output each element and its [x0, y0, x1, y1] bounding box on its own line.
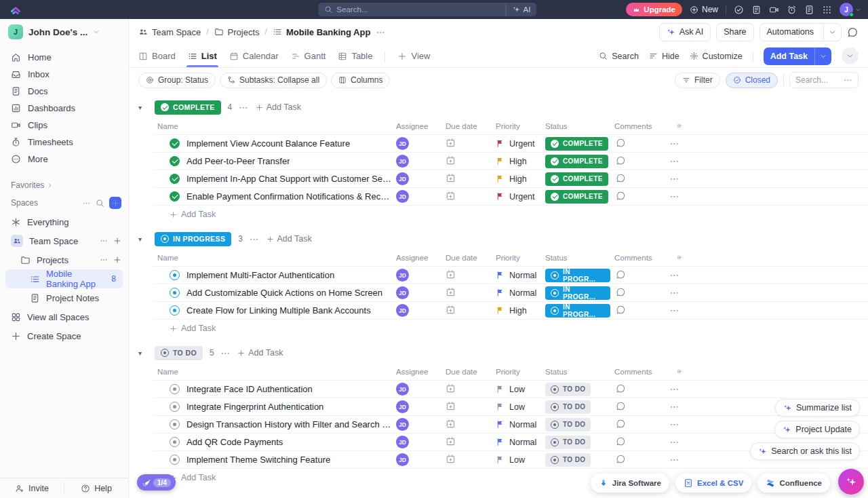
sidebar-item-more[interactable]: More — [5, 151, 123, 168]
filter-chip[interactable]: Filter — [675, 73, 720, 88]
row-more-button[interactable]: ⋯ — [663, 384, 686, 394]
comments-panel-icon[interactable] — [847, 26, 859, 38]
add-column-button[interactable] — [663, 253, 686, 262]
priority-cell[interactable]: Normal — [492, 420, 541, 429]
task-name[interactable]: Implement In-App Chat Support with Custo… — [186, 174, 392, 184]
tab-list[interactable]: List — [188, 45, 217, 67]
task-name[interactable]: Create Flow for Linking Multiple Bank Ac… — [186, 305, 371, 315]
task-name[interactable]: Add Peer-to-Peer Transfer — [186, 156, 290, 166]
task-status-icon[interactable] — [170, 419, 180, 429]
priority-cell[interactable]: High — [492, 174, 541, 184]
hide-button[interactable]: Hide — [649, 52, 679, 61]
column-due-date[interactable]: Due date — [441, 254, 492, 262]
group-status-badge[interactable]: IN PROGRESS — [155, 232, 231, 246]
task-status-icon[interactable] — [170, 138, 180, 149]
list-filter-search[interactable]: Search... ⋯ — [789, 72, 859, 88]
comments-button[interactable] — [616, 383, 626, 394]
task-status-icon[interactable] — [170, 270, 180, 280]
closed-chip[interactable]: Closed — [726, 73, 778, 88]
reminder-icon[interactable] — [787, 5, 797, 15]
assignee-avatar[interactable]: JD — [396, 190, 409, 203]
due-date-icon[interactable] — [446, 173, 456, 183]
comments-button[interactable] — [616, 305, 626, 315]
task-name[interactable]: Implement View Account Balance Feature — [186, 138, 350, 149]
priority-cell[interactable]: Urgent — [492, 192, 541, 202]
priority-cell[interactable]: Normal — [492, 288, 541, 298]
sidebar-item-docs[interactable]: Docs — [5, 83, 123, 100]
status-badge[interactable]: COMPLETE — [545, 190, 608, 204]
column-priority[interactable]: Priority — [492, 254, 541, 262]
status-badge[interactable]: TO DO — [545, 453, 591, 467]
task-name[interactable]: Implement Multi-Factor Authentication — [186, 270, 334, 280]
row-more-button[interactable]: ⋯ — [663, 455, 686, 465]
task-row[interactable]: Add Peer-to-Peer Transfer JD High COMPLE… — [153, 153, 868, 170]
jira-button[interactable]: Jira Software — [591, 474, 669, 493]
row-more-button[interactable]: ⋯ — [663, 174, 686, 184]
column-priority[interactable]: Priority — [492, 368, 541, 376]
task-row[interactable]: Enable Payment Confirmation Notification… — [153, 188, 868, 206]
column-comments[interactable]: Comments — [610, 368, 663, 376]
task-row[interactable]: Implement Multi-Factor Authentication JD… — [153, 267, 868, 284]
column-status[interactable]: Status — [541, 254, 610, 262]
spaces-more-button[interactable] — [82, 199, 91, 208]
group-add-task-button[interactable]: Add Task — [256, 102, 301, 112]
add-column-button[interactable] — [663, 367, 686, 376]
due-date-icon[interactable] — [446, 436, 456, 446]
column-name[interactable]: Name — [153, 368, 392, 376]
collapse-caret-icon[interactable]: ▾ — [138, 349, 148, 357]
column-name[interactable]: Name — [153, 122, 392, 130]
invite-button[interactable]: Invite — [0, 478, 64, 498]
assignee-avatar[interactable]: JD — [396, 418, 409, 431]
status-badge[interactable]: TO DO — [545, 383, 591, 396]
due-date-icon[interactable] — [446, 454, 456, 464]
status-badge[interactable]: TO DO — [545, 436, 591, 449]
priority-cell[interactable]: Urgent — [492, 139, 541, 149]
collapse-toolbar-button[interactable] — [842, 47, 859, 64]
tab-calendar[interactable]: Calendar — [229, 45, 279, 67]
due-date-icon[interactable] — [446, 383, 456, 394]
confluence-button[interactable]: Confluence — [757, 474, 830, 493]
notepad-icon[interactable] — [751, 5, 762, 15]
assignee-avatar[interactable]: JD — [396, 137, 409, 150]
my-tasks-icon[interactable] — [734, 5, 744, 15]
column-assignee[interactable]: Assignee — [392, 368, 441, 376]
group-by-chip[interactable]: Group: Status — [138, 73, 216, 88]
column-comments[interactable]: Comments — [610, 254, 663, 262]
new-button[interactable]: New — [690, 5, 718, 14]
due-date-icon[interactable] — [446, 269, 456, 280]
due-date-icon[interactable] — [446, 401, 456, 411]
due-date-icon[interactable] — [446, 138, 456, 148]
task-name[interactable]: Design Transaction History with Filter a… — [186, 419, 392, 429]
row-more-button[interactable]: ⋯ — [663, 270, 686, 280]
status-badge[interactable]: IN PROGR... — [545, 269, 610, 282]
user-menu[interactable]: J — [840, 3, 861, 16]
task-status-icon[interactable] — [170, 384, 180, 394]
row-more-button[interactable]: ⋯ — [663, 419, 686, 429]
global-search[interactable]: Search... AI — [318, 3, 536, 16]
group-add-task-button[interactable]: Add Task — [267, 234, 312, 244]
status-badge[interactable]: COMPLETE — [545, 137, 608, 151]
clickup-logo-icon[interactable] — [9, 3, 22, 16]
comments-button[interactable] — [616, 155, 626, 166]
add-task-row[interactable]: Add Task — [138, 320, 868, 337]
favorites-section[interactable]: Favorites — [0, 177, 128, 193]
column-assignee[interactable]: Assignee — [392, 122, 441, 130]
task-row[interactable]: Implement In-App Chat Support with Custo… — [153, 170, 868, 188]
status-badge[interactable]: TO DO — [545, 418, 591, 432]
row-more-button[interactable]: ⋯ — [663, 138, 686, 149]
add-column-button[interactable] — [663, 121, 686, 130]
comments-button[interactable] — [616, 287, 626, 297]
subtasks-chip[interactable]: Subtasks: Collapse all — [220, 73, 327, 88]
sidebar-item-create-space[interactable]: Create Space — [0, 326, 128, 345]
task-status-icon[interactable] — [170, 455, 180, 465]
automations-button[interactable]: Automations — [760, 23, 842, 41]
spaces-search-button[interactable] — [96, 199, 104, 208]
customize-button[interactable]: Customize — [690, 52, 743, 61]
breadcrumb-folder[interactable]: Projects — [214, 27, 260, 37]
sidebar-item-inbox[interactable]: Inbox — [5, 66, 123, 83]
record-clip-icon[interactable] — [769, 5, 779, 15]
group-more-button[interactable]: ⋯ — [250, 234, 260, 244]
task-status-icon[interactable] — [170, 191, 180, 202]
search-options-button[interactable]: ⋯ — [844, 75, 852, 85]
workspace-switcher[interactable]: J John Doe's ... — [0, 19, 128, 45]
